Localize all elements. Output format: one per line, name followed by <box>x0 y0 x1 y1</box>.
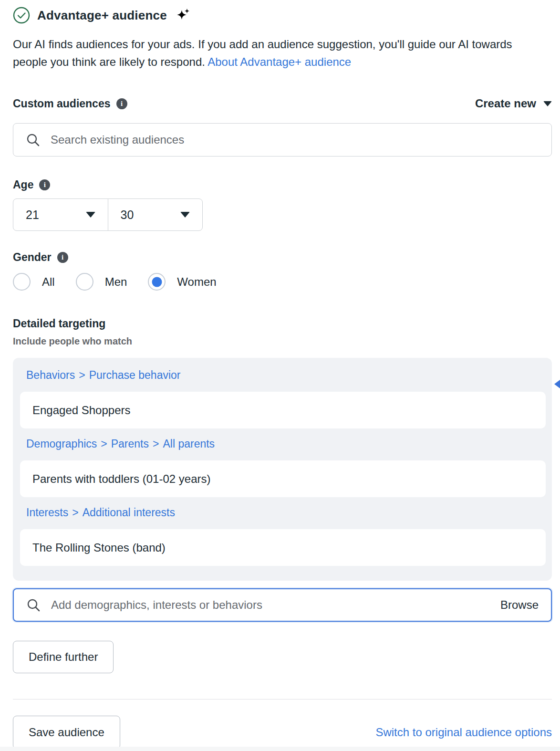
gender-radio-men[interactable]: Men <box>76 273 127 291</box>
gender-radio-group: All Men Women <box>13 273 552 291</box>
breadcrumb: Demographics>Parents>All parents <box>26 438 546 450</box>
custom-audiences-label-row: Custom audiences i <box>13 97 127 110</box>
targeting-item[interactable]: The Rolling Stones (band) <box>20 529 546 566</box>
search-icon <box>26 598 41 612</box>
breadcrumb-link[interactable]: All parents <box>163 438 215 450</box>
radio-label: All <box>42 275 55 289</box>
define-further-button[interactable]: Define further <box>13 641 114 673</box>
breadcrumb-separator: > <box>153 438 159 450</box>
breadcrumb-link[interactable]: Additional interests <box>83 506 175 519</box>
breadcrumb-separator: > <box>79 369 85 381</box>
next-section-edge <box>0 747 560 751</box>
detailed-targeting-label: Detailed targeting <box>13 317 552 330</box>
radio-icon <box>13 273 31 291</box>
advantage-audience-panel: Advantage+ audience Our AI finds audienc… <box>0 0 560 749</box>
age-label: Age <box>13 178 33 191</box>
targeting-item[interactable]: Engaged Shoppers <box>20 392 546 428</box>
save-audience-button[interactable]: Save audience <box>13 716 120 749</box>
info-icon[interactable]: i <box>39 179 50 190</box>
breadcrumb-link[interactable]: Demographics <box>26 438 97 450</box>
custom-audience-search[interactable] <box>13 123 552 156</box>
create-new-dropdown[interactable]: Create new <box>475 97 552 110</box>
targeting-item-label: Parents with toddlers (01-02 years) <box>32 472 211 486</box>
chevron-down-icon <box>180 212 190 218</box>
search-existing-audiences-input[interactable] <box>51 133 539 146</box>
about-advantage-link[interactable]: About Advantage+ audience <box>207 55 351 68</box>
page-title: Advantage+ audience <box>37 8 167 23</box>
radio-icon <box>148 273 166 291</box>
gender-label: Gender <box>13 251 52 264</box>
detailed-targeting-panel: Behaviors>Purchase behavior Engaged Shop… <box>13 358 552 581</box>
breadcrumb-link[interactable]: Behaviors <box>26 369 75 381</box>
section-header: Advantage+ audience <box>13 6 552 25</box>
custom-audiences-label: Custom audiences <box>13 97 111 110</box>
breadcrumb-link[interactable]: Parents <box>111 438 149 450</box>
intro-text: Our AI finds audiences for your ads. If … <box>13 35 546 71</box>
targeting-item-label: The Rolling Stones (band) <box>32 541 166 554</box>
breadcrumb-separator: > <box>101 438 107 450</box>
switch-original-audience-link[interactable]: Switch to original audience options <box>375 726 552 739</box>
breadcrumb: Interests>Additional interests <box>26 506 546 519</box>
gender-radio-all[interactable]: All <box>13 273 55 291</box>
radio-label: Women <box>177 275 216 289</box>
targeting-item-label: Engaged Shoppers <box>32 404 131 417</box>
chevron-down-icon <box>543 101 552 106</box>
age-label-row: Age i <box>13 177 552 192</box>
age-min-select[interactable]: 21 <box>13 198 108 231</box>
add-targeting-search[interactable]: Browse <box>13 588 552 622</box>
radio-icon <box>76 273 93 291</box>
breadcrumb-link[interactable]: Interests <box>26 506 68 519</box>
age-range-group: 21 30 <box>13 198 203 231</box>
search-icon <box>26 133 40 147</box>
gender-label-row: Gender i <box>13 250 552 264</box>
custom-audiences-row: Custom audiences i Create new <box>13 95 552 112</box>
bottom-actions-row: Save audience Switch to original audienc… <box>13 716 552 749</box>
radio-label: Men <box>105 275 127 289</box>
age-max-select[interactable]: 30 <box>108 198 203 231</box>
gender-radio-women[interactable]: Women <box>148 273 216 291</box>
include-people-sublabel: Include people who match <box>13 336 552 347</box>
sparkle-icon <box>175 7 191 23</box>
check-circle-icon <box>13 7 30 24</box>
browse-button[interactable]: Browse <box>500 598 539 612</box>
chevron-down-icon <box>86 212 95 218</box>
create-new-label: Create new <box>475 97 536 110</box>
info-icon[interactable]: i <box>57 252 68 263</box>
breadcrumb-link[interactable]: Purchase behavior <box>89 369 181 381</box>
age-max-value: 30 <box>121 208 134 222</box>
info-icon[interactable]: i <box>116 98 127 109</box>
breadcrumb-separator: > <box>72 506 78 519</box>
add-targeting-input[interactable] <box>51 598 500 612</box>
breadcrumb: Behaviors>Purchase behavior <box>26 369 546 382</box>
age-min-value: 21 <box>26 208 39 222</box>
tooltip-arrow-icon <box>554 380 560 388</box>
targeting-item[interactable]: Parents with toddlers (01-02 years) <box>20 460 546 497</box>
section-divider <box>13 699 552 699</box>
